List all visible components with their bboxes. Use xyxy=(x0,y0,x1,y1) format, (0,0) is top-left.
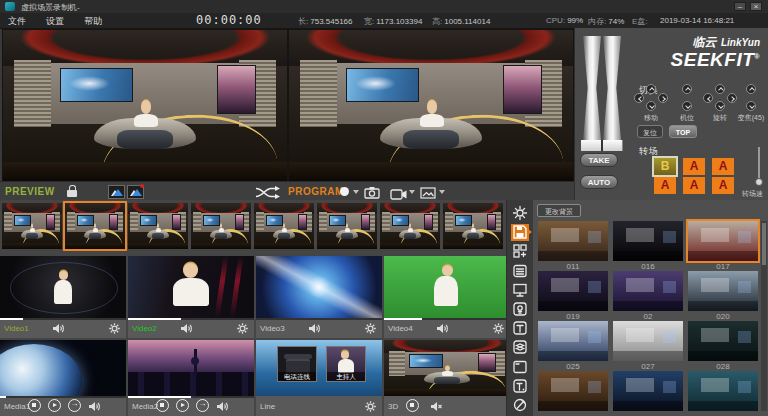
menu-settings[interactable]: 设置 xyxy=(46,15,64,28)
video4-thumbnail[interactable] xyxy=(384,256,510,318)
scene-thumbnail[interactable] xyxy=(613,221,683,261)
speaker-icon[interactable] xyxy=(88,399,101,416)
speaker-icon[interactable] xyxy=(436,321,449,339)
position-up-button[interactable] xyxy=(682,84,692,94)
camera-angle-thumbnail[interactable] xyxy=(2,203,62,249)
transition-slot-a3[interactable]: A xyxy=(654,177,676,194)
seek-track[interactable] xyxy=(0,318,126,320)
next-button[interactable] xyxy=(68,399,81,412)
scene-thumbnail[interactable] xyxy=(688,321,758,361)
gear-icon[interactable] xyxy=(108,321,121,339)
transition-speed-knob[interactable] xyxy=(755,178,763,186)
transition-slot-b[interactable]: B xyxy=(654,158,676,175)
stop-button[interactable] xyxy=(156,399,169,412)
seek-track[interactable] xyxy=(128,318,254,320)
seek-track[interactable] xyxy=(384,318,510,320)
camera-angle-thumbnail[interactable] xyxy=(254,203,314,249)
threed-thumbnail[interactable] xyxy=(384,340,510,396)
transition-slot-a1[interactable]: A xyxy=(683,158,705,175)
light-tool-icon[interactable] xyxy=(511,301,529,318)
image-dropdown-caret-icon[interactable] xyxy=(439,190,445,194)
scene-thumbnail[interactable] xyxy=(688,371,758,411)
record-icon[interactable] xyxy=(340,187,349,196)
transition-slot-a5[interactable]: A xyxy=(712,177,734,194)
change-background-button[interactable]: 更改背景 xyxy=(537,204,581,217)
scene-thumbnail[interactable] xyxy=(538,271,608,311)
gear-icon[interactable] xyxy=(364,399,377,416)
seek-track[interactable] xyxy=(128,396,254,398)
scene-thumbnail[interactable] xyxy=(538,371,608,411)
gallery-scrollbar[interactable] xyxy=(761,221,767,411)
multiview-tool-icon[interactable] xyxy=(511,243,529,260)
video1-thumbnail[interactable] xyxy=(0,256,126,318)
transition-slot-a4[interactable]: A xyxy=(683,177,705,194)
move-up-button[interactable] xyxy=(646,84,656,94)
scene-thumbnail[interactable] xyxy=(613,321,683,361)
move-down-button[interactable] xyxy=(646,101,656,111)
preview-monitor[interactable] xyxy=(2,29,288,183)
scene-thumbnail[interactable] xyxy=(688,221,758,261)
speaker-icon[interactable] xyxy=(52,321,65,339)
program-monitor[interactable] xyxy=(288,29,574,183)
speaker-icon[interactable] xyxy=(180,321,193,339)
layers-tool-icon[interactable] xyxy=(511,339,529,356)
phone-call-source[interactable]: 电话连线 xyxy=(277,346,317,382)
record-dropdown-caret-icon[interactable] xyxy=(353,190,359,194)
camera-angle-thumbnail[interactable] xyxy=(191,203,251,249)
rotate-left-button[interactable] xyxy=(703,93,713,103)
reset-button[interactable]: 复位 xyxy=(637,125,663,138)
media1-thumbnail[interactable] xyxy=(0,340,126,396)
settings-tool-icon[interactable] xyxy=(511,205,529,222)
media2-thumbnail[interactable] xyxy=(128,340,254,396)
stop-button[interactable] xyxy=(28,399,41,412)
transition-effect-icon[interactable] xyxy=(108,185,125,199)
rotate-right-button[interactable] xyxy=(727,93,737,103)
scrollbar-thumb[interactable] xyxy=(762,223,766,265)
position-down-button[interactable] xyxy=(682,101,692,111)
line-thumbnail[interactable]: 电话连线 主持人 xyxy=(256,340,382,396)
transition-effect-alt-icon[interactable] xyxy=(127,185,144,199)
camera-angle-thumbnail[interactable] xyxy=(317,203,377,249)
speaker-icon[interactable] xyxy=(308,321,321,339)
menu-help[interactable]: 帮助 xyxy=(84,15,102,28)
transition-slot-a2[interactable]: A xyxy=(712,158,734,175)
camera-angle-thumbnail[interactable] xyxy=(380,203,440,249)
video3-thumbnail[interactable] xyxy=(256,256,382,318)
lock-icon[interactable] xyxy=(67,190,77,197)
display-tool-icon[interactable] xyxy=(511,282,529,299)
save-tool-icon[interactable] xyxy=(511,224,529,241)
scene-thumbnail[interactable] xyxy=(613,271,683,311)
auto-button[interactable]: AUTO xyxy=(580,175,618,189)
zoom-in-button[interactable] xyxy=(746,84,756,94)
gear-icon[interactable] xyxy=(364,321,377,339)
rotate-up-button[interactable] xyxy=(715,84,725,94)
speaker-muted-icon[interactable] xyxy=(430,399,443,416)
camera-angle-thumbnail[interactable] xyxy=(128,203,188,249)
camera-angle-thumbnail[interactable] xyxy=(443,203,503,249)
minimize-button[interactable]: – xyxy=(734,2,746,11)
speaker-icon[interactable] xyxy=(216,399,229,416)
scene-thumbnail[interactable] xyxy=(688,271,758,311)
scene-thumbnail[interactable] xyxy=(538,221,608,261)
gear-icon[interactable] xyxy=(236,321,249,339)
camera-angle-thumbnail[interactable] xyxy=(65,203,125,249)
text-tool-icon[interactable] xyxy=(511,378,529,395)
stop-button[interactable] xyxy=(406,399,419,412)
zoom-out-button[interactable] xyxy=(746,101,756,111)
subtitle-tool-icon[interactable] xyxy=(511,320,529,337)
gear-icon[interactable] xyxy=(492,321,505,339)
menu-file[interactable]: 文件 xyxy=(8,15,26,28)
close-button[interactable]: × xyxy=(750,2,762,11)
seek-track[interactable] xyxy=(256,318,382,320)
tbar-handle-left[interactable] xyxy=(583,36,601,140)
scene-thumbnail[interactable] xyxy=(613,371,683,411)
host-source[interactable]: 主持人 xyxy=(326,346,366,382)
swap-preview-program-icon[interactable] xyxy=(254,185,282,198)
draw-tool-icon[interactable] xyxy=(511,397,529,414)
rotate-down-button[interactable] xyxy=(715,101,725,111)
take-button[interactable]: TAKE xyxy=(580,153,618,167)
move-left-button[interactable] xyxy=(634,93,644,103)
playlist-tool-icon[interactable] xyxy=(511,263,529,280)
next-button[interactable] xyxy=(196,399,209,412)
play-button[interactable] xyxy=(48,399,61,412)
